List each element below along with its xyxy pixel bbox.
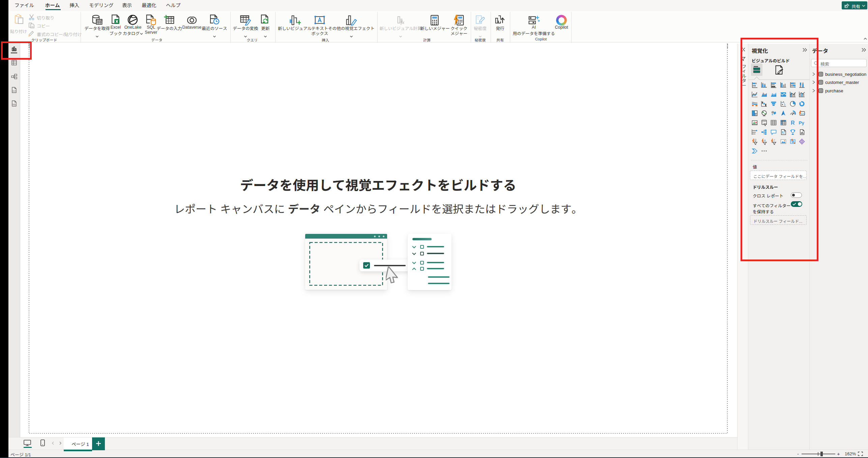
svg-text:fx: fx [401,19,404,25]
svg-text:TMDL: TMDL [12,104,16,105]
svg-text:DAX: DAX [12,90,16,92]
